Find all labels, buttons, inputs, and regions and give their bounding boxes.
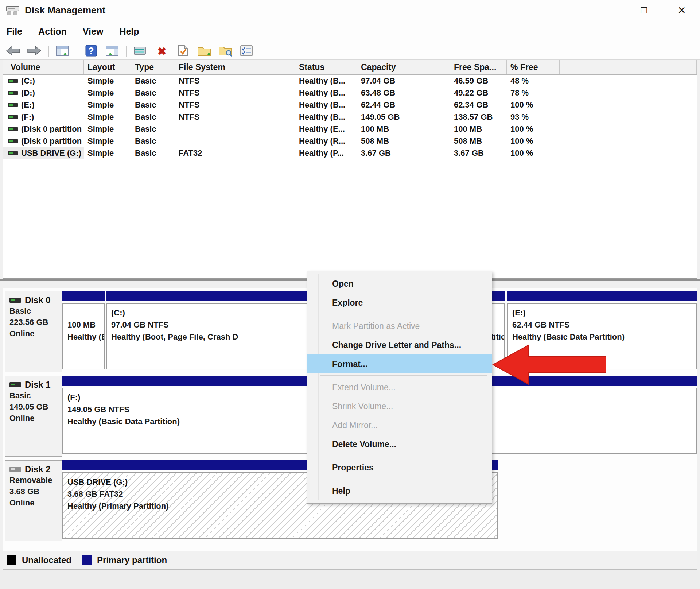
status-cell: Healthy (B... (295, 87, 357, 99)
disk-name: Disk 2 (25, 464, 51, 474)
layout-cell: Simple (84, 147, 131, 159)
menu-item-delete-volume[interactable]: Delete Volume... (307, 435, 492, 454)
partition-size: 100 MB (67, 319, 102, 331)
menu-item-shrink-volume: Shrink Volume... (307, 397, 492, 416)
legend-bar: Unallocated Primary partition (3, 551, 697, 570)
delete-volume-button[interactable]: ✖ (153, 44, 171, 59)
menu-item-help[interactable]: Help (307, 481, 492, 500)
free-space-cell: 100 MB (450, 123, 507, 135)
check-document-button[interactable] (174, 44, 192, 59)
pct-free-cell: 100 % (507, 123, 560, 135)
table-row-e[interactable]: (E:) Simple Basic NTFS Healthy (B... 62.… (3, 99, 697, 111)
column-header-pct-free[interactable]: % Free (507, 60, 560, 74)
back-button[interactable] (4, 44, 22, 59)
menu-item-explore[interactable]: Explore (307, 293, 492, 312)
disk-icon (9, 382, 21, 387)
forward-button[interactable] (26, 44, 43, 59)
disk-size: 223.56 GB (9, 317, 62, 328)
pct-free-cell: 100 % (507, 99, 560, 111)
column-header-capacity[interactable]: Capacity (357, 60, 450, 74)
column-header-free-space[interactable]: Free Spa... (450, 60, 507, 74)
type-cell: Basic (131, 147, 175, 159)
menu-action[interactable]: Action (30, 26, 75, 37)
properties-button[interactable] (238, 44, 255, 59)
volume-table-header: Volume Layout Type File System Status Ca… (3, 60, 697, 75)
show-console-tree-button[interactable] (54, 44, 71, 59)
file-system-cell: NTFS (175, 111, 295, 123)
disk-view-button[interactable] (132, 44, 149, 59)
menu-view[interactable]: View (75, 26, 112, 37)
partition-name (67, 307, 102, 319)
folder-export-button[interactable] (195, 44, 213, 59)
capacity-cell: 97.04 GB (357, 75, 450, 87)
close-button[interactable]: ✕ (670, 1, 693, 19)
menu-item-format[interactable]: Format... (307, 354, 492, 373)
table-row-disk0-partition1[interactable]: (Disk 0 partition 1) Simple Basic Health… (3, 123, 697, 135)
table-row-usb-drive-g[interactable]: USB DRIVE (G:) Simple Basic FAT32 Health… (3, 147, 697, 159)
toolbar-separator (77, 46, 77, 57)
column-header-status[interactable]: Status (295, 60, 357, 74)
maximize-button[interactable]: □ (632, 1, 656, 19)
properties-icon (240, 45, 253, 58)
volume-icon (8, 115, 18, 119)
partition-health: Healthy (Basic Data Partition) (512, 331, 695, 343)
column-header-type[interactable]: Type (131, 60, 175, 74)
pct-free-cell: 100 % (507, 147, 560, 159)
column-header-layout[interactable]: Layout (84, 60, 131, 74)
disk-kind: Removable (9, 474, 62, 486)
partition-color-bar (62, 291, 105, 301)
volume-name: (Disk 0 partition 1) (21, 124, 84, 134)
context-menu: Open Explore Mark Partition as Active Ch… (307, 271, 492, 504)
folder-find-icon (218, 45, 232, 58)
capacity-cell: 62.44 GB (357, 99, 450, 111)
delete-x-icon: ✖ (157, 46, 166, 57)
table-row-f[interactable]: (F:) Simple Basic NTFS Healthy (B... 149… (3, 111, 697, 123)
capacity-cell: 100 MB (357, 123, 450, 135)
volume-icon (8, 127, 18, 131)
partition-name: (E:) (512, 307, 695, 319)
menu-separator (320, 456, 487, 456)
minimize-button[interactable]: — (594, 1, 618, 19)
file-system-cell (175, 135, 295, 147)
disk0-label[interactable]: Disk 0 Basic 223.56 GB Online (5, 291, 62, 372)
table-row-d[interactable]: (D:) Simple Basic NTFS Healthy (B... 63.… (3, 87, 697, 99)
disk-size: 149.05 GB (9, 401, 62, 412)
column-header-volume[interactable]: Volume (3, 60, 84, 74)
free-space-cell: 46.59 GB (450, 75, 507, 87)
menu-file[interactable]: File (0, 26, 30, 37)
column-header-file-system[interactable]: File System (175, 60, 295, 74)
folder-find-button[interactable] (217, 44, 234, 59)
disk-state: Online (9, 497, 62, 508)
forward-icon (27, 45, 42, 58)
file-system-cell: NTFS (175, 99, 295, 111)
disk-management-app-icon (6, 4, 20, 16)
file-system-cell: NTFS (175, 87, 295, 99)
volume-icon (8, 91, 18, 95)
volume-name: (F:) (21, 112, 34, 122)
menu-help[interactable]: Help (111, 26, 147, 37)
table-row-c[interactable]: (C:) Simple Basic NTFS Healthy (B... 97.… (3, 75, 697, 87)
volume-icon (8, 79, 18, 83)
volume-name: (C:) (21, 76, 35, 86)
free-space-cell: 138.57 GB (450, 111, 507, 123)
menu-item-properties[interactable]: Properties (307, 458, 492, 477)
capacity-cell: 63.48 GB (357, 87, 450, 99)
disk-icon (9, 298, 21, 303)
pct-free-cell: 93 % (507, 111, 560, 123)
menu-item-change-drive-letter[interactable]: Change Drive Letter and Paths... (307, 336, 492, 354)
file-system-cell: NTFS (175, 75, 295, 87)
action-pane-icon (106, 45, 119, 58)
disk1-label[interactable]: Disk 1 Basic 149.05 GB Online (5, 376, 62, 457)
disk2-label[interactable]: Disk 2 Removable 3.68 GB Online (5, 460, 62, 541)
table-row-disk0-partition4[interactable]: (Disk 0 partition 4) Simple Basic Health… (3, 135, 697, 147)
disk-kind: Basic (9, 390, 62, 401)
partition-efi[interactable]: 100 MB Healthy (EF (62, 291, 105, 372)
help-button[interactable]: ? (82, 44, 100, 59)
menu-item-open[interactable]: Open (307, 274, 492, 293)
type-cell: Basic (131, 75, 175, 87)
partition-color-bar (507, 291, 697, 301)
menu-item-add-mirror: Add Mirror... (307, 416, 492, 435)
pct-free-cell: 48 % (507, 75, 560, 87)
show-action-pane-button[interactable] (104, 44, 121, 59)
toolbar-separator (48, 46, 49, 57)
